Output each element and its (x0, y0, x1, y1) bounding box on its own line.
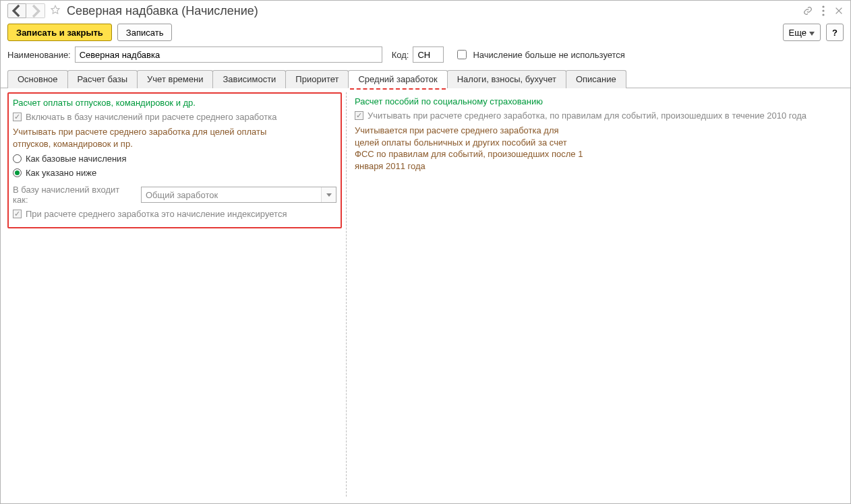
tab-6[interactable]: Налоги, взносы, бухучет (447, 70, 566, 88)
svg-point-0 (822, 5, 824, 7)
checkbox-checked-disabled-icon: ✓ (13, 113, 22, 121)
name-input[interactable] (75, 46, 382, 63)
in-base-label: В базу начислений входит как: (13, 185, 137, 205)
favorite-star-icon[interactable] (49, 4, 61, 18)
tab-4[interactable]: Приоритет (285, 70, 349, 88)
nav-forward-button[interactable] (26, 3, 45, 18)
tab-3[interactable]: Зависимости (212, 70, 286, 88)
radio-base-label: Как базовые начисления (26, 154, 126, 164)
not-used-checkbox-input[interactable] (457, 50, 467, 59)
tab-2[interactable]: Учет времени (137, 70, 213, 88)
chevron-down-icon (809, 28, 815, 38)
include-base-checkbox: ✓ Включать в базу начислений при расчете… (13, 112, 276, 122)
left-section-title: Расчет оплаты отпусков, командировок и д… (13, 98, 336, 108)
consider-2010-checkbox: ✓ Учитывать при расчете среднего заработ… (355, 111, 806, 121)
header-fields: Наименование: Код: Начисление больше не … (1, 46, 850, 69)
radio-base-accruals[interactable]: Как базовые начисления (13, 154, 126, 164)
right-section-title: Расчет пособий по социальному страховани… (355, 96, 840, 106)
help-button[interactable]: ? (826, 24, 844, 41)
code-input[interactable] (413, 46, 444, 63)
tab-1[interactable]: Расчет базы (67, 70, 138, 88)
vacation-trip-calc-section: Расчет оплаты отпусков, командировок и д… (7, 92, 342, 228)
code-label: Код: (392, 50, 409, 60)
consider-2010-label: Учитывать при расчете среднего заработка… (368, 111, 806, 121)
save-and-close-button[interactable]: Записать и закрыть (7, 24, 112, 41)
titlebar: Северная надбавка (Начисление) (1, 1, 850, 22)
tabs: ОсновноеРасчет базыУчет времениЗависимос… (1, 69, 850, 88)
more-button[interactable]: Еще (783, 24, 821, 41)
social-insurance-section: Расчет пособий по социальному страховани… (351, 92, 844, 497)
window-title: Северная надбавка (Начисление) (67, 4, 258, 18)
name-label: Наименование: (7, 50, 71, 60)
indexed-checkbox: ✓ При расчете среднего заработка это нач… (13, 209, 287, 219)
in-base-select[interactable] (141, 187, 336, 203)
toolbar: Записать и закрыть Записать Еще ? (1, 22, 850, 46)
right-description: Учитывается при расчете среднего заработ… (355, 125, 584, 172)
nav-back-button[interactable] (7, 3, 26, 18)
not-used-label: Начисление больше не используется (473, 50, 624, 60)
close-icon[interactable] (834, 6, 844, 15)
tab-5[interactable]: Средний заработок (348, 70, 447, 88)
checkbox-checked-disabled-icon: ✓ (13, 210, 22, 218)
radio-below-label: Как указано ниже (26, 168, 96, 178)
dropdown-arrow-icon[interactable] (321, 187, 336, 202)
radio-as-below[interactable]: Как указано ниже (13, 168, 96, 178)
not-used-checkbox[interactable]: Начисление больше не используется (454, 48, 624, 61)
indexed-label: При расчете среднего заработка это начис… (26, 209, 287, 219)
consider-for-average-label: Учитывать при расчете среднего заработка… (13, 126, 283, 150)
svg-point-2 (822, 13, 824, 15)
app-window: Северная надбавка (Начисление) Записать … (0, 0, 851, 504)
kebab-menu-icon[interactable] (822, 5, 825, 16)
more-button-label: Еще (789, 28, 806, 38)
save-button[interactable]: Записать (117, 24, 173, 41)
tab-0[interactable]: Основное (7, 70, 68, 88)
in-base-select-value[interactable] (142, 187, 321, 202)
radio-checked-icon (13, 168, 22, 177)
checkbox-checked-disabled-icon: ✓ (355, 111, 363, 120)
radio-unchecked-icon (13, 154, 22, 163)
link-icon[interactable] (803, 6, 813, 15)
svg-point-1 (822, 9, 824, 11)
include-base-label: Включать в базу начислений при расчете с… (26, 112, 276, 122)
tab-7[interactable]: Описание (566, 70, 626, 88)
column-divider (346, 92, 347, 497)
tab-body-average-earnings: Расчет оплаты отпусков, командировок и д… (1, 88, 850, 503)
